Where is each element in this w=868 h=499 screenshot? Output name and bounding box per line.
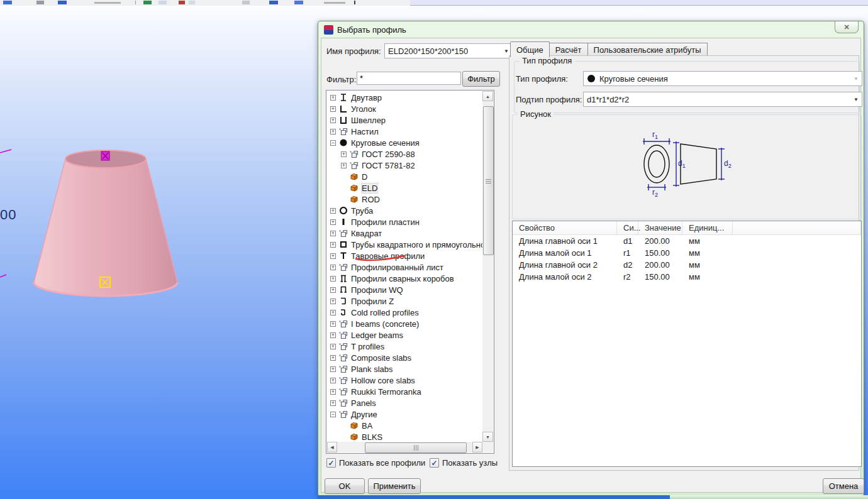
scroll-up-button[interactable]: ▲ xyxy=(482,91,493,101)
tree-item-другие[interactable]: −sДругие xyxy=(326,409,482,420)
scroll-right-button[interactable]: ▶ xyxy=(472,442,482,452)
toolbar-fragment xyxy=(179,1,185,4)
expand-icon[interactable]: + xyxy=(330,129,336,134)
expand-icon[interactable]: + xyxy=(341,151,347,157)
tree-item-круговые-сечения[interactable]: −Круговые сечения xyxy=(326,137,482,148)
tree-item-d[interactable]: D xyxy=(326,171,482,182)
tree-item-тавровые-профили[interactable]: +Тавровые профили xyxy=(326,250,482,261)
expand-icon[interactable]: + xyxy=(330,389,336,395)
expand-icon[interactable]: + xyxy=(330,332,336,338)
table-header-cell[interactable]: Значение xyxy=(638,221,682,234)
tree-item-труба[interactable]: +Труба xyxy=(326,205,482,216)
expand-icon[interactable]: + xyxy=(330,276,336,282)
expand-icon[interactable]: + xyxy=(330,400,336,406)
scrollbar-thumb[interactable] xyxy=(365,442,467,453)
tree-item-eld[interactable]: ELD xyxy=(326,182,482,194)
tree-item-hollow-core-slabs[interactable]: +sHollow core slabs xyxy=(326,375,482,386)
table-row[interactable]: Длина малой оси 2r2150.00мм xyxy=(513,271,861,283)
expand-icon[interactable]: + xyxy=(330,118,336,123)
expand-icon[interactable]: + xyxy=(330,265,336,270)
tree-item-panels[interactable]: +sPanels xyxy=(326,397,482,409)
tree-vertical-scrollbar[interactable]: ▲ ▼ xyxy=(482,91,493,442)
close-button[interactable]: ✕ xyxy=(835,21,859,33)
scroll-left-button[interactable]: ◀ xyxy=(327,442,337,452)
table-row[interactable]: Длина малой оси 1r1150.00мм xyxy=(513,247,861,259)
background-window-edge xyxy=(670,495,868,499)
expand-icon[interactable]: + xyxy=(330,299,336,304)
chevron-down-icon[interactable]: ▼ xyxy=(501,48,509,54)
table-header-cell[interactable]: Си... xyxy=(617,221,638,234)
tree-item-t-profiles[interactable]: +sT profiles xyxy=(326,341,482,352)
tree-item-профилированный-лист[interactable]: +sПрофилированный лист xyxy=(326,261,482,273)
tree-item-трубы-квадратного-и-прямоугольного-с[interactable]: +Трубы квадратного и прямоугольного с xyxy=(326,239,482,250)
expand-icon[interactable]: + xyxy=(330,219,336,225)
expand-icon[interactable]: + xyxy=(330,106,336,112)
tab-general[interactable]: Общие xyxy=(510,41,550,57)
tree-item-ruukki-termoranka[interactable]: +sRuukki Termoranka xyxy=(326,386,482,397)
tree-item-квадрат[interactable]: +sКвадрат xyxy=(326,228,482,239)
tree-horizontal-scrollbar[interactable]: ◀ ▶ xyxy=(327,442,493,452)
tree-item-профили-wq[interactable]: +Профили WQ xyxy=(326,284,482,295)
profile-tree[interactable]: +Двутавр+Уголок+Швеллер+sНастил−Круговые… xyxy=(326,90,494,454)
cancel-button[interactable]: Отмена xyxy=(823,478,864,494)
table-header-cell[interactable]: Свойство xyxy=(513,221,617,234)
expand-icon[interactable]: + xyxy=(330,321,336,327)
tree-item-профили-z[interactable]: +Профили Z xyxy=(326,295,482,307)
expand-icon[interactable]: + xyxy=(330,344,336,349)
expand-icon[interactable]: + xyxy=(330,95,336,101)
tree-item-rod[interactable]: ROD xyxy=(326,194,482,205)
table-cell: Длина малой оси 2 xyxy=(513,271,617,283)
tree-item-plank-slabs[interactable]: +sPlank slabs xyxy=(326,363,482,375)
table-header-cell[interactable]: Единиц... xyxy=(682,221,733,234)
show-nodes-checkbox[interactable]: ✓ Показать узлы xyxy=(430,458,498,468)
table-row[interactable]: Длина главной оси 1d1200.00мм xyxy=(513,235,861,247)
expand-icon[interactable]: + xyxy=(330,355,336,361)
expand-icon[interactable]: + xyxy=(330,378,336,383)
expand-icon[interactable]: + xyxy=(330,208,336,214)
tree-item-cold-rolled-profiles[interactable]: +Cold rolled profiles xyxy=(326,307,482,318)
ok-button[interactable]: OK xyxy=(325,478,365,494)
expand-icon[interactable]: + xyxy=(341,163,347,168)
tree-item-профили-пластин[interactable]: +Профили пластин xyxy=(326,216,482,228)
dialog-titlebar[interactable]: Выбрать профиль xyxy=(318,21,864,38)
tree-item-composite-slabs[interactable]: +sComposite slabs xyxy=(326,352,482,363)
svg-text:s: s xyxy=(339,331,341,334)
tree-item-ba[interactable]: BA xyxy=(326,420,482,431)
tree-item-blks[interactable]: BLKS xyxy=(326,431,482,442)
table-row[interactable]: Длина главной оси 2d2200.00мм xyxy=(513,259,861,271)
profile-type-combobox[interactable]: Круговые сечения ▼ xyxy=(583,71,862,86)
scrollbar-thumb[interactable] xyxy=(483,106,494,255)
expand-icon[interactable]: + xyxy=(330,242,336,248)
tree-item-label: Профили Z xyxy=(351,297,394,306)
tree-item-швеллер[interactable]: +Швеллер xyxy=(326,114,482,126)
expand-icon[interactable]: + xyxy=(330,366,336,372)
expand-icon[interactable]: + xyxy=(330,310,336,315)
dim-label-d2: d2 xyxy=(724,159,732,169)
expand-icon[interactable]: + xyxy=(330,253,336,259)
tree-item-настил[interactable]: +sНастил xyxy=(326,126,482,137)
scroll-down-button[interactable]: ▼ xyxy=(482,432,493,442)
chevron-down-icon[interactable]: ▼ xyxy=(851,97,859,102)
channel-icon xyxy=(338,115,348,125)
filter-button[interactable]: Фильтр xyxy=(462,71,500,87)
tree-item-гост-5781-82[interactable]: +sГОСТ 5781-82 xyxy=(326,160,482,171)
tree-item-ledger-beams[interactable]: +sLedger beams xyxy=(326,329,482,341)
apply-button[interactable]: Применить xyxy=(368,478,421,494)
tree-item-i-beams-concrete-[interactable]: +sI beams (concrete) xyxy=(326,318,482,329)
tree-item-гост-2590-88[interactable]: +sГОСТ 2590-88 xyxy=(326,148,482,160)
tree-item-уголок[interactable]: +Уголок xyxy=(326,103,482,114)
catalog-icon: s xyxy=(338,353,348,363)
filter-input[interactable] xyxy=(357,72,461,85)
profile-subtype-combobox[interactable]: d1*r1*d2*r2 ▼ xyxy=(583,92,862,107)
tree-item-двутавр[interactable]: +Двутавр xyxy=(326,92,482,103)
expand-icon[interactable]: + xyxy=(330,231,336,236)
bottom-handle-yellow[interactable] xyxy=(100,277,110,287)
show-all-profiles-checkbox[interactable]: ✓ Показать все профили xyxy=(326,458,425,468)
collapse-icon[interactable]: − xyxy=(330,140,336,146)
top-handle-magenta[interactable] xyxy=(101,151,109,160)
expand-icon[interactable]: + xyxy=(330,287,336,293)
tree-item-профили-сварных-коробов[interactable]: +Профили сварных коробов xyxy=(326,273,482,284)
table-cell: мм xyxy=(682,235,733,247)
collapse-icon[interactable]: − xyxy=(330,412,336,417)
profile-name-combobox[interactable]: ELD200*150*200*150 ▼ xyxy=(384,43,513,58)
